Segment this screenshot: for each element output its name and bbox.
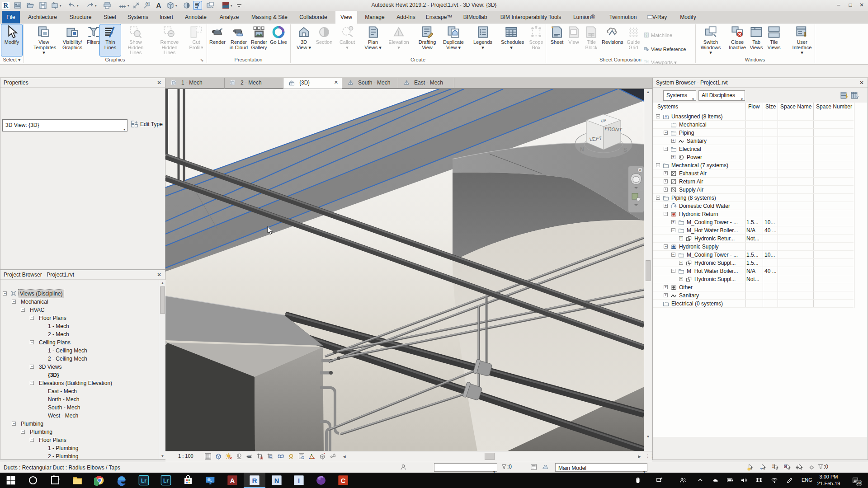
collapse-icon[interactable]: −: [664, 131, 668, 135]
taskbar-icon-app-sphere[interactable]: [316, 475, 326, 486]
taskbar-icon-microsoft-store[interactable]: [183, 475, 193, 486]
ribbon-button-render-gallery[interactable]: RenderGallery: [249, 24, 269, 56]
design-options-icon[interactable]: [542, 464, 549, 471]
select-links-icon[interactable]: [747, 464, 755, 471]
ribbon-button-view-reference[interactable]: 1View Reference: [643, 46, 686, 53]
ribbon-button-revisions[interactable]: Revisions: [602, 24, 623, 56]
tree-item-3d-views[interactable]: −3D Views: [0, 363, 156, 371]
show-analytical-model-icon[interactable]: [308, 453, 316, 460]
taskbar-icon-app-c[interactable]: C: [338, 475, 349, 486]
ribbon-button-tile-views[interactable]: TileViews: [764, 24, 784, 56]
hscroll-right-arrow[interactable]: ▶: [637, 454, 642, 459]
viewport-vertical-scrollbar[interactable]: ▲ ▼: [644, 89, 652, 451]
ribbon-button-switch-windows-[interactable]: SwitchWindows ▾: [700, 24, 721, 56]
compass-s[interactable]: S: [623, 147, 627, 153]
ribbon-button-close-inactive[interactable]: CloseInactive: [727, 24, 748, 56]
project-browser-scrollbar[interactable]: ▲ ▼: [159, 280, 165, 459]
measure-icon[interactable]: [118, 1, 127, 9]
tree-item-2-mech[interactable]: 2 - Mech: [0, 330, 156, 338]
expand-icon[interactable]: +: [664, 285, 668, 289]
taskbar-icon-file-explorer[interactable]: [72, 475, 83, 486]
menu-tab-add-ins[interactable]: Add-Ins: [392, 11, 420, 23]
ribbon-button-drafting-view[interactable]: DraftingView: [417, 24, 438, 56]
temporary-view-properties-icon[interactable]: [298, 453, 305, 460]
tree-item-1-ceiling-mech[interactable]: 1 - Ceiling Mech: [0, 347, 156, 355]
ribbon-button-schedules-[interactable]: Schedules▾: [501, 24, 522, 56]
menu-tab-annotate[interactable]: Annotate: [181, 11, 211, 23]
tray-icon-chevron-up[interactable]: [697, 477, 704, 484]
menu-tab-steel[interactable]: Steel: [99, 11, 120, 23]
tree-item-floor-plans[interactable]: −Floor Plans: [0, 314, 156, 322]
ribbon-button-legends-[interactable]: Legends▾: [472, 24, 493, 56]
system-row-m-hot-water-boiler-[interactable]: −M_Hot Water Boiler...N/A40 ...: [653, 267, 854, 275]
collapse-icon[interactable]: −: [30, 381, 34, 385]
save-icon[interactable]: [39, 1, 47, 9]
menu-tab-bim-interoperability-tools[interactable]: BIM Interoperability Tools: [495, 11, 566, 23]
disciplines-filter-dropdown[interactable]: All Disciplines▾: [698, 90, 745, 101]
design-options-dropdown[interactable]: Main Model▾: [555, 463, 647, 472]
system-browser-close-icon[interactable]: ✕: [859, 80, 865, 86]
tree-item-elevations-building-elevation-[interactable]: −Elevations (Building Elevation): [0, 379, 156, 387]
highlight-displacement-sets-icon[interactable]: [319, 453, 326, 460]
workset-filter-icon[interactable]: :0: [501, 464, 512, 470]
close-button[interactable]: ✕: [859, 2, 865, 9]
tray-icon-onedrive[interactable]: [712, 477, 719, 484]
tray-icon-people[interactable]: [679, 477, 687, 484]
tree-item-plumbing[interactable]: −Plumbing: [0, 428, 156, 436]
color-fill-icon[interactable]: [222, 1, 230, 9]
taskbar-icon-start[interactable]: [5, 475, 16, 486]
system-row-unassigned-8-items-[interactable]: −?Unassigned (8 items): [653, 113, 854, 121]
tray-icon-pen[interactable]: [786, 477, 793, 484]
open-icon[interactable]: [26, 1, 34, 9]
expand-icon[interactable]: +: [679, 236, 683, 240]
view-tab-2-mech[interactable]: 2 - Mech: [225, 78, 283, 89]
menu-tab-analyze[interactable]: Analyze: [214, 11, 244, 23]
switch-windows-dropdown-icon[interactable]: ▾: [231, 4, 232, 8]
system-row-m-cooling-tower-[interactable]: −M_Cooling Tower - ...1.5...10...: [653, 251, 854, 259]
thin-lines-active-icon[interactable]: [193, 1, 202, 9]
menu-tab-bimcollab[interactable]: BIMcollab: [458, 11, 492, 23]
navigation-bar[interactable]: ✕: [628, 166, 644, 213]
default-3d-view-icon[interactable]: [166, 1, 175, 9]
ribbon-button-duplicate-view-[interactable]: DuplicateView ▾: [443, 24, 464, 56]
system-row-sanitary[interactable]: +Sanitary: [653, 291, 854, 300]
tag-icon[interactable]: 1: [143, 1, 151, 9]
menu-tab-collaborate[interactable]: Collaborate: [295, 11, 332, 23]
tree-item-east-mech[interactable]: East - Mech: [0, 387, 156, 395]
system-row-hydronic-retur-[interactable]: +Hydronic Retur...Not...: [653, 235, 854, 243]
ribbon-button-thin-lines[interactable]: ThinLines: [100, 24, 121, 56]
viewcube-up-face[interactable]: UP: [600, 118, 607, 123]
system-row-m-hot-water-boiler-[interactable]: −M_Hot Water Boiler...N/A40 ...: [653, 226, 854, 235]
collapse-icon[interactable]: −: [671, 253, 675, 257]
collapse-icon[interactable]: −: [12, 300, 16, 304]
menu-tab-architecture[interactable]: Architecture: [24, 11, 61, 23]
ribbon-button-modify[interactable]: Modify: [1, 24, 22, 56]
tree-item-plumbing[interactable]: −Plumbing: [0, 420, 156, 428]
temporary-hide-isolate-icon[interactable]: [277, 453, 284, 460]
system-row-exhaust-air[interactable]: +Exhaust Air: [653, 169, 854, 178]
drag-on-selection-icon[interactable]: [796, 464, 803, 471]
text-icon[interactable]: A: [155, 1, 163, 9]
system-row-hydronic-return[interactable]: −Hydronic Return: [653, 210, 854, 218]
system-row-electrical[interactable]: −Electrical: [653, 145, 854, 153]
expand-icon[interactable]: +: [664, 204, 668, 208]
view-tab-1-mech[interactable]: 1 - Mech: [165, 78, 225, 89]
collapse-icon[interactable]: −: [656, 196, 660, 200]
settings-gear-icon[interactable]: [808, 464, 816, 471]
tree-item-ceiling-plans[interactable]: −Ceiling Plans: [0, 338, 156, 347]
menu-tab-view[interactable]: View: [335, 11, 357, 23]
ribbon-button-go-live[interactable]: Go Live: [268, 24, 289, 56]
minimize-button[interactable]: –: [835, 2, 842, 9]
type-selector[interactable]: 3D View: {3D}▾: [2, 119, 127, 131]
taskbar-icon-search[interactable]: [28, 475, 38, 486]
reveal-constraints-icon[interactable]: [329, 453, 336, 460]
collapse-icon[interactable]: −: [656, 114, 660, 118]
system-row-mechanical[interactable]: Mechanical: [653, 121, 854, 129]
view-scale-button[interactable]: 1 : 100: [178, 453, 193, 459]
system-row-supply-air[interactable]: +Supply Air: [653, 186, 854, 194]
scroll-up-arrow[interactable]: ▲: [646, 89, 651, 94]
menu-tab-lumion-[interactable]: Lumion®: [570, 11, 599, 23]
menu-tab-systems[interactable]: Systems: [124, 11, 152, 23]
collapse-icon[interactable]: −: [21, 430, 25, 434]
system-row-domestic-cold-water[interactable]: +Domestic Cold Water: [653, 202, 854, 210]
